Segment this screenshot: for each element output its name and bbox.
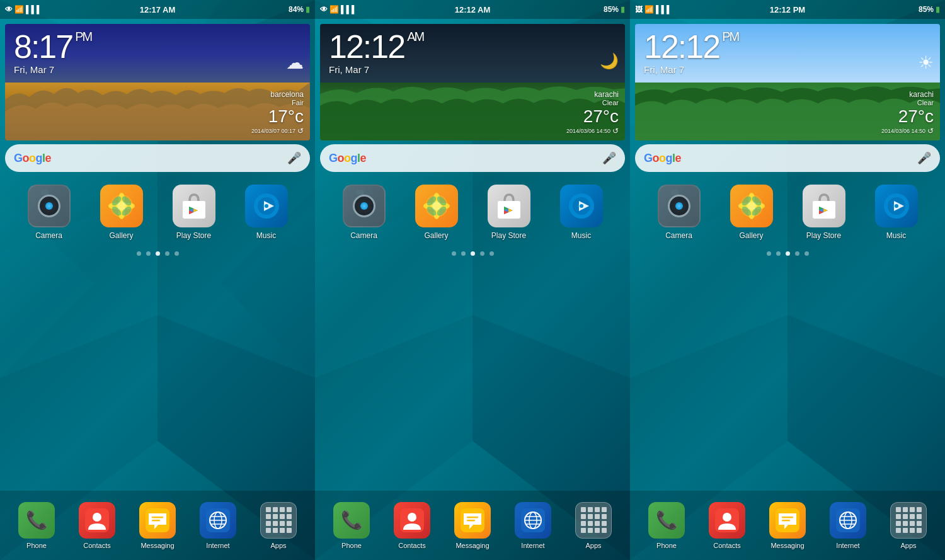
phone-screen-3: 🖼 📶 ▌▌▌ 12:12 PM 85% ▮ ☀ 12:12PM Fri, Ma… — [630, 0, 945, 560]
camera-icon-3 — [658, 185, 701, 227]
dot-1-0[interactable] — [137, 251, 141, 256]
app-playstore-1[interactable]: Play Store — [166, 185, 222, 240]
dot-1-4[interactable] — [175, 251, 179, 256]
playstore-icon-3 — [803, 185, 845, 227]
google-logo-3: Google — [644, 152, 681, 165]
apps-label-3: Apps — [900, 542, 916, 549]
gallery-label-1: Gallery — [109, 231, 133, 240]
svg-point-31 — [265, 204, 268, 208]
dock-contacts-3[interactable]: Contacts — [709, 502, 745, 549]
dock-internet-2[interactable]: Internet — [515, 502, 551, 549]
phone-icon-2: 📞 — [333, 502, 370, 539]
signal-icon: ▌▌▌ — [26, 5, 42, 14]
svg-rect-75 — [467, 517, 478, 518]
dock-internet-3[interactable]: Internet — [830, 502, 866, 549]
dot-2-3[interactable] — [480, 251, 484, 256]
dot-3-0[interactable] — [767, 251, 771, 256]
mic-icon-1[interactable]: 🎤 — [287, 151, 301, 165]
weather-widget-1: ☁ 8:17PM Fri, Mar 7 barcelona Fair 17°c … — [5, 24, 310, 140]
search-bar-2[interactable]: Google 🎤 — [320, 144, 625, 172]
dot-2-1[interactable] — [461, 251, 466, 256]
svg-point-21 — [118, 202, 125, 210]
dock-messaging-3[interactable]: Messaging — [769, 502, 806, 549]
dock-contacts-1[interactable]: Contacts — [79, 502, 115, 549]
app-gallery-3[interactable]: Gallery — [723, 185, 780, 240]
playstore-label-1: Play Store — [176, 231, 211, 240]
phone-icon-3: 📞 — [648, 502, 685, 539]
gallery-icon-2 — [415, 185, 458, 227]
dock-1: 📞 Phone Contacts Mes — [0, 491, 315, 560]
contacts-label-1: Contacts — [83, 542, 110, 549]
dot-3-4[interactable] — [805, 251, 809, 256]
contacts-icon-1 — [79, 502, 115, 539]
svg-point-111 — [895, 204, 898, 208]
app-camera-2[interactable]: Camera — [336, 185, 392, 240]
apps-row-1: Camera Gallery — [0, 178, 315, 246]
apps-label-1: Apps — [270, 542, 286, 549]
dot-2-0[interactable] — [452, 251, 456, 256]
gallery-icon-1 — [100, 185, 143, 227]
dock-internet-1[interactable]: Internet — [200, 502, 236, 549]
internet-label-3: Internet — [836, 542, 859, 549]
internet-label-2: Internet — [521, 542, 544, 549]
app-music-2[interactable]: Music — [553, 185, 610, 240]
dot-3-3[interactable] — [795, 251, 799, 256]
app-music-1[interactable]: Music — [238, 185, 295, 240]
apps-row-2: Camera Gallery — [315, 178, 630, 246]
dock-phone-2[interactable]: 📞 Phone — [333, 502, 370, 549]
app-gallery-1[interactable]: Gallery — [93, 185, 150, 240]
battery-icon-2: ▮ — [621, 5, 625, 14]
page-dots-3 — [630, 246, 945, 261]
gallery-label-3: Gallery — [739, 231, 763, 240]
app-music-3[interactable]: Music — [868, 185, 925, 240]
mic-icon-2[interactable]: 🎤 — [602, 151, 616, 165]
dock-phone-3[interactable]: 📞 Phone — [648, 502, 685, 549]
refresh-icon-3: ↺ — [927, 127, 934, 135]
dock-messaging-2[interactable]: Messaging — [454, 502, 491, 549]
camera-label-2: Camera — [350, 231, 377, 240]
search-bar-1[interactable]: Google 🎤 — [5, 144, 310, 172]
weather-condition-2: Clear — [566, 99, 619, 106]
dot-2-2[interactable] — [471, 251, 475, 256]
mic-icon-3[interactable]: 🎤 — [917, 151, 931, 165]
status-left-2: 👁 📶 ▌▌▌ — [320, 5, 421, 14]
weather-info-1: barcelona Fair 17°c 2014/03/07 00:17 ↺ — [251, 90, 304, 135]
dot-1-3[interactable] — [165, 251, 169, 256]
weather-city-2: karachi — [566, 90, 619, 99]
dot-1-1[interactable] — [146, 251, 151, 256]
search-bar-3[interactable]: Google 🎤 — [635, 144, 940, 172]
dot-3-2[interactable] — [786, 251, 790, 256]
weather-temp-3: 27°c — [881, 106, 934, 127]
dock-contacts-2[interactable]: Contacts — [394, 502, 430, 549]
messaging-label-2: Messaging — [455, 542, 489, 549]
refresh-icon-1: ↺ — [297, 127, 304, 135]
app-playstore-2[interactable]: Play Store — [481, 185, 537, 240]
dock-phone-1[interactable]: 📞 Phone — [18, 502, 55, 549]
dot-1-2[interactable] — [156, 251, 160, 256]
internet-icon-3 — [830, 502, 866, 539]
playstore-label-3: Play Store — [806, 231, 841, 240]
camera-label-3: Camera — [665, 231, 692, 240]
status-time-3: 12:12 PM — [736, 5, 838, 14]
dock-apps-1[interactable]: Apps — [260, 502, 297, 549]
dot-2-4[interactable] — [490, 251, 494, 256]
internet-icon-2 — [515, 502, 551, 539]
weather-timestamp-2: 2014/03/06 14:50 ↺ — [566, 127, 619, 135]
music-icon-3 — [875, 185, 918, 227]
dock-apps-2[interactable]: Apps — [575, 502, 612, 549]
app-gallery-2[interactable]: Gallery — [408, 185, 465, 240]
phone-label-3: Phone — [656, 542, 677, 549]
app-camera-3[interactable]: Camera — [651, 185, 707, 240]
dock-messaging-1[interactable]: Messaging — [139, 502, 176, 549]
apps-row-3: Camera Gallery — [630, 178, 945, 246]
internet-icon-1 — [200, 502, 236, 539]
camera-icon-2 — [343, 185, 386, 227]
dock-apps-3[interactable]: Apps — [890, 502, 927, 549]
app-playstore-3[interactable]: Play Store — [796, 185, 852, 240]
music-icon-2 — [560, 185, 603, 227]
app-camera-1[interactable]: Camera — [21, 185, 77, 240]
svg-point-71 — [580, 204, 583, 208]
dot-3-1[interactable] — [776, 251, 781, 256]
status-bar-1: 👁 📶 ▌▌▌ 12:17 AM 84% ▮ — [0, 0, 315, 19]
google-logo-1: Google — [14, 152, 51, 165]
